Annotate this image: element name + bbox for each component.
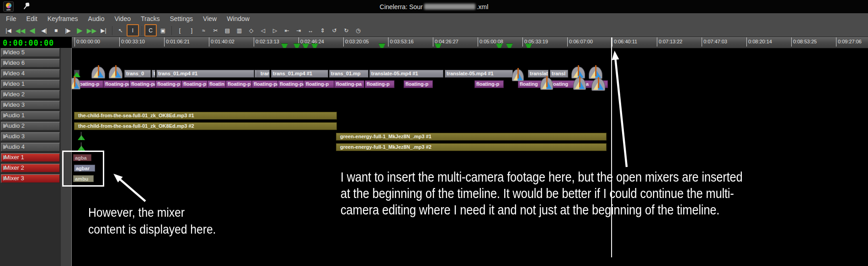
keyframe-mode-button[interactable]: C <box>144 24 157 37</box>
menu-item-view[interactable]: View <box>198 15 222 22</box>
menu-item-tracks[interactable]: Tracks <box>136 15 165 22</box>
timeline-clip[interactable]: green-energy-full-1_MkJez8N_.mp3 #2 <box>336 143 607 151</box>
timeline-clip[interactable]: floating-pa <box>103 80 129 88</box>
timeline-clip[interactable]: trans_0 <box>124 70 151 78</box>
menu-item-settings[interactable]: Settings <box>165 15 198 22</box>
track-expand-arrow-icon[interactable] <box>3 134 7 139</box>
timeline-clip[interactable]: trans_01.mp4 #1 <box>271 70 328 78</box>
track-expand-arrow-icon[interactable] <box>3 176 7 181</box>
jump-end-button[interactable]: ▶| <box>98 25 109 36</box>
prev-edit-button[interactable]: ⇤ <box>281 25 293 36</box>
ibeam-mode-button[interactable]: I <box>127 24 139 37</box>
timeline-clip[interactable]: floating-p <box>404 80 433 88</box>
menu-item-video[interactable]: Video <box>109 15 136 22</box>
rewind-button[interactable]: |◀ <box>3 25 14 36</box>
track-header-video-6[interactable]: Video 6 <box>1 59 60 68</box>
track-expand-arrow-icon[interactable] <box>3 145 7 149</box>
keyframe-triangle-icon[interactable] <box>78 146 85 151</box>
track-expand-arrow-icon[interactable] <box>3 155 7 160</box>
timeline-clip[interactable]: floating-p <box>304 80 334 88</box>
track-expand-arrow-icon[interactable] <box>3 61 7 65</box>
transition-icon[interactable] <box>512 69 524 81</box>
transition-icon[interactable] <box>591 78 605 91</box>
track-header-audio-4[interactable]: Audio 4 <box>1 143 60 151</box>
menu-item-edit[interactable]: Edit <box>21 15 43 22</box>
transition-icon[interactable] <box>589 67 602 79</box>
span-keyframes-button[interactable]: ▣ <box>157 25 169 36</box>
timeline-clip[interactable]: floating-p <box>365 80 394 88</box>
track-expand-arrow-icon[interactable] <box>3 103 7 107</box>
timeline-clip[interactable]: trans_01.mp <box>329 70 368 78</box>
transition-icon[interactable] <box>91 67 105 78</box>
timeline-clip[interactable]: floating-p <box>226 80 252 88</box>
manual-goto-button[interactable]: ◷ <box>352 25 364 36</box>
redo-button[interactable]: ↻ <box>341 25 352 36</box>
transition-icon[interactable] <box>540 78 553 90</box>
track-expand-arrow-icon[interactable] <box>3 82 7 86</box>
track-header-video-2[interactable]: Video 2 <box>1 90 60 99</box>
playhead-line[interactable] <box>611 37 612 257</box>
arrow-mode-button[interactable]: ↖ <box>115 25 126 36</box>
fast-forward-button[interactable]: ▶▶ <box>86 25 97 36</box>
track-header-video-1[interactable]: Video 1 <box>1 80 60 89</box>
timeline-clip[interactable]: the-child-from-the-sea-full-01_zk_OK8Ed.… <box>74 112 337 120</box>
frame-forward-button[interactable]: |▶ <box>62 25 74 36</box>
cut-button[interactable]: ✂ <box>210 25 221 36</box>
transition-icon[interactable] <box>109 67 122 78</box>
track-expand-arrow-icon[interactable] <box>3 92 7 97</box>
track-expand-arrow-icon[interactable] <box>3 166 7 170</box>
track-expand-arrow-icon[interactable] <box>3 71 7 76</box>
timeline-clip[interactable]: floating-p <box>155 80 181 88</box>
menu-item-window[interactable]: Window <box>222 15 255 22</box>
track-header-video-3[interactable]: Video 3 <box>1 101 60 110</box>
menu-item-keyframes[interactable]: Keyframes <box>43 15 83 22</box>
track-expand-arrow-icon[interactable] <box>3 124 7 128</box>
timeline-clip[interactable]: transl <box>550 70 568 78</box>
timeline-clip[interactable]: floating-pa <box>334 80 364 88</box>
transition-icon[interactable] <box>571 67 585 78</box>
track-header-mixer-1[interactable]: Mixer 1 <box>1 153 60 162</box>
fit-autos-button[interactable]: ⇕ <box>317 25 328 36</box>
next-edit-button[interactable]: ⇥ <box>293 25 304 36</box>
menu-item-audio[interactable]: Audio <box>83 15 110 22</box>
paste-button[interactable]: ▥ <box>234 25 245 36</box>
timeline-clip[interactable]: floating-pa <box>252 80 278 88</box>
track-header-audio-2[interactable]: Audio 2 <box>1 122 60 130</box>
in-point-button[interactable]: [ <box>174 25 186 36</box>
timeline-clip[interactable]: trans <box>259 70 270 78</box>
play-reverse-button[interactable]: ◀ <box>27 25 38 36</box>
transition-icon[interactable] <box>573 78 586 90</box>
copy-button[interactable]: ▤ <box>222 25 233 36</box>
keyframe-triangle-icon[interactable] <box>78 135 85 140</box>
play-button[interactable]: ▶ <box>74 25 85 36</box>
timeline-clip[interactable]: floatin <box>208 80 226 88</box>
track-expand-arrow-icon[interactable] <box>3 113 7 118</box>
undo-button[interactable]: ↺ <box>329 25 340 36</box>
track-header-video-5[interactable]: Video 5 <box>1 48 60 57</box>
stop-button[interactable]: ■ <box>50 25 62 36</box>
track-header-audio-3[interactable]: Audio 3 <box>1 132 60 141</box>
menu-item-file[interactable]: File <box>0 15 21 22</box>
timeline-clip[interactable]: translate-05.mp4 #1 <box>445 70 513 78</box>
track-header-audio-1[interactable]: Audio 1 <box>1 111 60 120</box>
prev-label-button[interactable]: ◁ <box>257 25 269 36</box>
timeline-clip[interactable]: floating-pa <box>129 80 155 88</box>
timeline-clip[interactable]: t <box>152 70 155 78</box>
frame-back-button[interactable]: ◀| <box>38 25 50 36</box>
timeline-clip[interactable]: green-energy-full-1_MkJez8N_.mp3 #1 <box>336 133 607 141</box>
timeline-clip[interactable]: the-child-from-the-sea-full-01_zk_OK8Ed.… <box>74 122 337 130</box>
out-point-button[interactable]: ] <box>186 25 197 36</box>
fast-reverse-button[interactable]: ◀◀ <box>15 25 26 36</box>
timeline-clip[interactable]: translat <box>528 70 548 78</box>
timeline-clip[interactable]: translate-05.mp4 #1 <box>369 70 443 78</box>
track-header-mixer-3[interactable]: Mixer 3 <box>1 174 60 183</box>
next-label-button[interactable]: ▷ <box>269 25 281 36</box>
splice-button[interactable]: ≈ <box>198 25 209 36</box>
toggle-label-button[interactable]: ◇ <box>245 25 257 36</box>
track-header-video-4[interactable]: Video 4 <box>1 69 60 78</box>
track-header-mixer-2[interactable]: Mixer 2 <box>1 164 60 172</box>
fit-selection-button[interactable]: ↔ <box>305 25 316 36</box>
timeline-clip[interactable]: trans_01.mp4 #1 <box>156 70 254 78</box>
timeline-clip[interactable]: floating-pa <box>278 80 304 88</box>
timeline-clip[interactable]: floating-p <box>474 80 504 88</box>
